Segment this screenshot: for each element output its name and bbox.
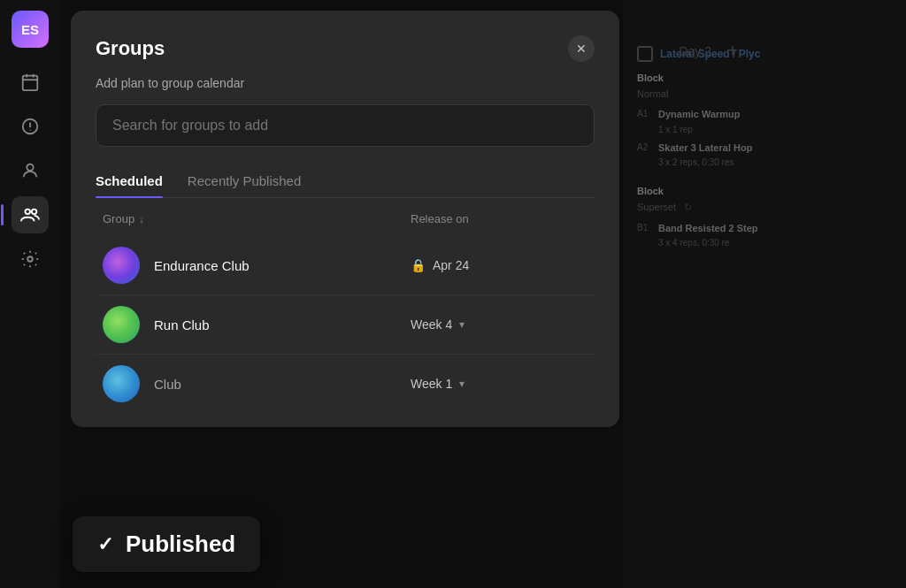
svg-point-10: [27, 256, 33, 262]
published-label: Published: [126, 531, 235, 558]
release-date-endurance: Apr 24: [433, 258, 469, 272]
week-selector-run[interactable]: Week 4 ▾: [411, 317, 465, 332]
search-input[interactable]: [112, 118, 578, 134]
sidebar-item-settings[interactable]: [12, 241, 49, 278]
group-name-endurance: Endurance Club: [154, 258, 411, 273]
chevron-down-icon-run[interactable]: ▾: [459, 318, 465, 331]
svg-point-7: [27, 164, 33, 171]
col-header-group: Group ↓: [103, 212, 411, 225]
week-selector-partial[interactable]: Week 1 ▾: [411, 377, 465, 391]
check-icon: ✓: [97, 533, 113, 556]
week-value-partial: Week 1: [411, 377, 452, 391]
sidebar-item-groups[interactable]: [12, 196, 49, 233]
sidebar-item-calendar[interactable]: [12, 64, 49, 101]
chevron-down-icon-partial[interactable]: ▾: [459, 378, 465, 390]
groups-modal: Groups ✕ Add plan to group calendar Sche…: [71, 11, 619, 427]
sort-arrow-icon[interactable]: ↓: [139, 214, 144, 225]
published-toast: ✓ Published: [73, 516, 260, 572]
svg-rect-0: [23, 76, 38, 91]
avatar[interactable]: ES: [12, 11, 49, 48]
sidebar-item-profile[interactable]: [12, 152, 49, 189]
week-value-run: Week 4: [411, 317, 452, 332]
release-info-run: Week 4 ▾: [411, 317, 587, 332]
group-name-run: Run Club: [154, 317, 411, 332]
col-header-release: Release on: [411, 212, 587, 225]
modal-title: Groups: [96, 37, 165, 60]
search-container: [96, 104, 595, 147]
group-avatar-run: [103, 306, 140, 343]
groups-table: Group ↓ Release on Endurance Club 🔒 Apr …: [96, 198, 595, 427]
svg-point-8: [26, 210, 31, 215]
tabs-row: Scheduled Recently Published: [96, 166, 595, 198]
group-row-partial: Club Week 1 ▾: [96, 355, 595, 413]
group-avatar-partial: [103, 365, 140, 402]
group-row-run: Run Club Week 4 ▾: [96, 295, 595, 355]
lock-icon: 🔒: [411, 258, 426, 272]
close-button[interactable]: ✕: [568, 35, 595, 62]
modal-subtitle: Add plan to group calendar: [96, 76, 595, 90]
release-info-partial: Week 1 ▾: [411, 377, 587, 391]
group-name-partial: Club: [154, 377, 411, 392]
release-info-endurance: 🔒 Apr 24: [411, 258, 587, 272]
group-row-endurance: Endurance Club 🔒 Apr 24: [96, 236, 595, 295]
svg-point-9: [32, 210, 37, 215]
sidebar: ES: [0, 0, 60, 588]
group-avatar-endurance: [103, 247, 140, 284]
tab-recently-published[interactable]: Recently Published: [188, 166, 301, 197]
sidebar-item-billing[interactable]: [12, 108, 49, 145]
tab-scheduled[interactable]: Scheduled: [96, 166, 163, 197]
main-content: WED ovement Q... ⋮ Warmup Plank Row 0:30…: [60, 0, 906, 588]
